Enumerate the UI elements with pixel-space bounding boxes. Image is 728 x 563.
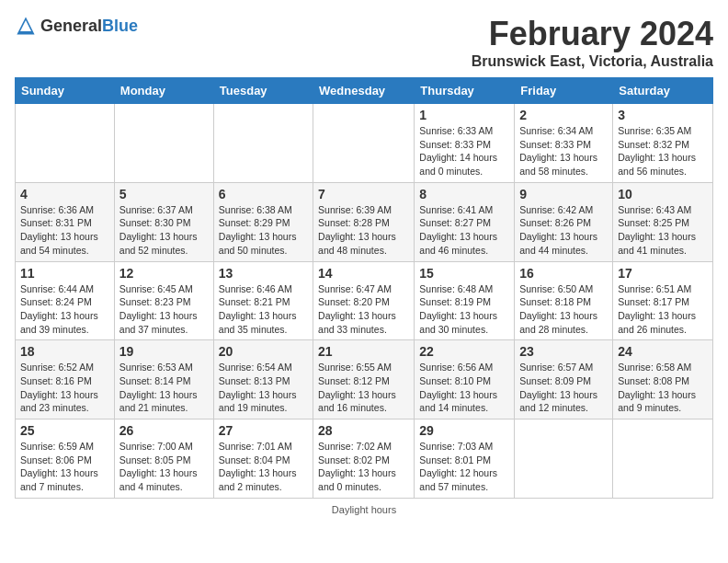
day-header-saturday: Saturday	[613, 78, 713, 104]
day-header-sunday: Sunday	[16, 78, 115, 104]
calendar-cell: 20Sunrise: 6:54 AM Sunset: 8:13 PM Dayli…	[213, 340, 313, 419]
day-number: 1	[419, 108, 509, 122]
day-number: 10	[618, 187, 708, 201]
main-title: February 2024	[472, 15, 713, 53]
calendar-cell	[515, 419, 613, 499]
day-number: 20	[219, 344, 308, 359]
week-row-4: 18Sunrise: 6:52 AM Sunset: 8:16 PM Dayli…	[16, 340, 713, 419]
day-info: Sunrise: 7:03 AM Sunset: 8:01 PM Dayligh…	[419, 440, 509, 494]
day-info: Sunrise: 6:35 AM Sunset: 8:32 PM Dayligh…	[618, 124, 708, 178]
day-number: 13	[219, 266, 308, 281]
day-info: Sunrise: 6:58 AM Sunset: 8:08 PM Dayligh…	[618, 361, 708, 415]
week-row-5: 25Sunrise: 6:59 AM Sunset: 8:06 PM Dayli…	[16, 419, 713, 499]
calendar-cell	[213, 104, 313, 183]
day-number: 6	[219, 187, 308, 201]
day-info: Sunrise: 6:41 AM Sunset: 8:27 PM Dayligh…	[419, 203, 509, 258]
week-row-3: 11Sunrise: 6:44 AM Sunset: 8:24 PM Dayli…	[16, 261, 713, 340]
day-number: 29	[419, 423, 509, 438]
day-number: 18	[20, 344, 109, 359]
day-number: 25	[20, 423, 109, 438]
day-info: Sunrise: 6:57 AM Sunset: 8:09 PM Dayligh…	[519, 361, 608, 415]
calendar-cell: 3Sunrise: 6:35 AM Sunset: 8:32 PM Daylig…	[613, 104, 713, 183]
day-info: Sunrise: 7:00 AM Sunset: 8:05 PM Dayligh…	[119, 440, 209, 494]
day-number: 8	[419, 187, 509, 201]
calendar-cell: 11Sunrise: 6:44 AM Sunset: 8:24 PM Dayli…	[16, 261, 115, 340]
calendar-cell: 9Sunrise: 6:42 AM Sunset: 8:26 PM Daylig…	[515, 182, 613, 261]
calendar-cell: 23Sunrise: 6:57 AM Sunset: 8:09 PM Dayli…	[515, 340, 613, 419]
day-number: 12	[119, 266, 209, 281]
day-number: 2	[519, 108, 608, 122]
calendar-cell: 1Sunrise: 6:33 AM Sunset: 8:33 PM Daylig…	[415, 104, 515, 183]
day-info: Sunrise: 6:56 AM Sunset: 8:10 PM Dayligh…	[419, 361, 509, 415]
day-info: Sunrise: 6:50 AM Sunset: 8:18 PM Dayligh…	[519, 282, 608, 337]
calendar-cell: 10Sunrise: 6:43 AM Sunset: 8:25 PM Dayli…	[613, 182, 713, 261]
day-info: Sunrise: 6:34 AM Sunset: 8:33 PM Dayligh…	[519, 124, 608, 178]
day-info: Sunrise: 6:51 AM Sunset: 8:17 PM Dayligh…	[618, 282, 708, 337]
day-info: Sunrise: 6:55 AM Sunset: 8:12 PM Dayligh…	[318, 361, 409, 415]
day-number: 23	[519, 344, 608, 359]
logo-blue: Blue	[102, 17, 138, 35]
day-info: Sunrise: 6:44 AM Sunset: 8:24 PM Dayligh…	[20, 282, 109, 337]
calendar-cell: 28Sunrise: 7:02 AM Sunset: 8:02 PM Dayli…	[313, 419, 415, 499]
day-number: 19	[119, 344, 209, 359]
day-info: Sunrise: 6:36 AM Sunset: 8:31 PM Dayligh…	[20, 203, 109, 258]
day-info: Sunrise: 6:39 AM Sunset: 8:28 PM Dayligh…	[318, 203, 409, 258]
calendar-cell: 12Sunrise: 6:45 AM Sunset: 8:23 PM Dayli…	[114, 261, 213, 340]
day-number: 14	[318, 266, 409, 281]
day-number: 15	[419, 266, 509, 281]
day-number: 5	[119, 187, 209, 201]
calendar-cell: 15Sunrise: 6:48 AM Sunset: 8:19 PM Dayli…	[415, 261, 515, 340]
calendar-cell: 16Sunrise: 6:50 AM Sunset: 8:18 PM Dayli…	[515, 261, 613, 340]
calendar-cell: 8Sunrise: 6:41 AM Sunset: 8:27 PM Daylig…	[415, 182, 515, 261]
day-number: 4	[20, 187, 109, 201]
header: GeneralBlue February 2024 Brunswick East…	[15, 15, 713, 70]
calendar-cell: 4Sunrise: 6:36 AM Sunset: 8:31 PM Daylig…	[16, 182, 115, 261]
day-info: Sunrise: 6:43 AM Sunset: 8:25 PM Dayligh…	[618, 203, 708, 258]
calendar-cell: 27Sunrise: 7:01 AM Sunset: 8:04 PM Dayli…	[213, 419, 313, 499]
day-number: 22	[419, 344, 509, 359]
day-number: 7	[318, 187, 409, 201]
day-info: Sunrise: 6:48 AM Sunset: 8:19 PM Dayligh…	[419, 282, 509, 337]
calendar-cell	[313, 104, 415, 183]
day-header-friday: Friday	[515, 78, 613, 104]
logo-icon	[15, 15, 37, 37]
day-info: Sunrise: 6:53 AM Sunset: 8:14 PM Dayligh…	[119, 361, 209, 415]
day-number: 16	[519, 266, 608, 281]
calendar-cell: 26Sunrise: 7:00 AM Sunset: 8:05 PM Dayli…	[114, 419, 213, 499]
calendar-cell	[16, 104, 115, 183]
calendar-cell	[613, 419, 713, 499]
logo-general: General	[40, 17, 102, 35]
calendar-cell: 21Sunrise: 6:55 AM Sunset: 8:12 PM Dayli…	[313, 340, 415, 419]
day-info: Sunrise: 6:59 AM Sunset: 8:06 PM Dayligh…	[20, 440, 109, 494]
calendar-cell: 22Sunrise: 6:56 AM Sunset: 8:10 PM Dayli…	[415, 340, 515, 419]
day-number: 27	[219, 423, 308, 438]
calendar-cell	[114, 104, 213, 183]
day-number: 26	[119, 423, 209, 438]
calendar-cell: 2Sunrise: 6:34 AM Sunset: 8:33 PM Daylig…	[515, 104, 613, 183]
day-number: 24	[618, 344, 708, 359]
header-row: SundayMondayTuesdayWednesdayThursdayFrid…	[16, 78, 713, 104]
week-row-1: 1Sunrise: 6:33 AM Sunset: 8:33 PM Daylig…	[16, 104, 713, 183]
day-number: 17	[618, 266, 708, 281]
day-header-monday: Monday	[114, 78, 213, 104]
calendar-cell: 25Sunrise: 6:59 AM Sunset: 8:06 PM Dayli…	[16, 419, 115, 499]
day-number: 28	[318, 423, 409, 438]
day-info: Sunrise: 6:33 AM Sunset: 8:33 PM Dayligh…	[419, 124, 509, 178]
day-info: Sunrise: 6:37 AM Sunset: 8:30 PM Dayligh…	[119, 203, 209, 258]
day-header-wednesday: Wednesday	[313, 78, 415, 104]
footer-note: Daylight hours	[15, 504, 713, 515]
calendar-cell: 13Sunrise: 6:46 AM Sunset: 8:21 PM Dayli…	[213, 261, 313, 340]
day-info: Sunrise: 7:01 AM Sunset: 8:04 PM Dayligh…	[219, 440, 308, 494]
title-block: February 2024 Brunswick East, Victoria, …	[472, 15, 713, 70]
calendar-cell: 7Sunrise: 6:39 AM Sunset: 8:28 PM Daylig…	[313, 182, 415, 261]
day-number: 11	[20, 266, 109, 281]
calendar-cell: 17Sunrise: 6:51 AM Sunset: 8:17 PM Dayli…	[613, 261, 713, 340]
calendar-cell: 19Sunrise: 6:53 AM Sunset: 8:14 PM Dayli…	[114, 340, 213, 419]
day-info: Sunrise: 6:38 AM Sunset: 8:29 PM Dayligh…	[219, 203, 308, 258]
calendar-cell: 18Sunrise: 6:52 AM Sunset: 8:16 PM Dayli…	[16, 340, 115, 419]
day-header-thursday: Thursday	[415, 78, 515, 104]
day-number: 21	[318, 344, 409, 359]
week-row-2: 4Sunrise: 6:36 AM Sunset: 8:31 PM Daylig…	[16, 182, 713, 261]
subtitle: Brunswick East, Victoria, Australia	[472, 53, 713, 70]
calendar-cell: 29Sunrise: 7:03 AM Sunset: 8:01 PM Dayli…	[415, 419, 515, 499]
